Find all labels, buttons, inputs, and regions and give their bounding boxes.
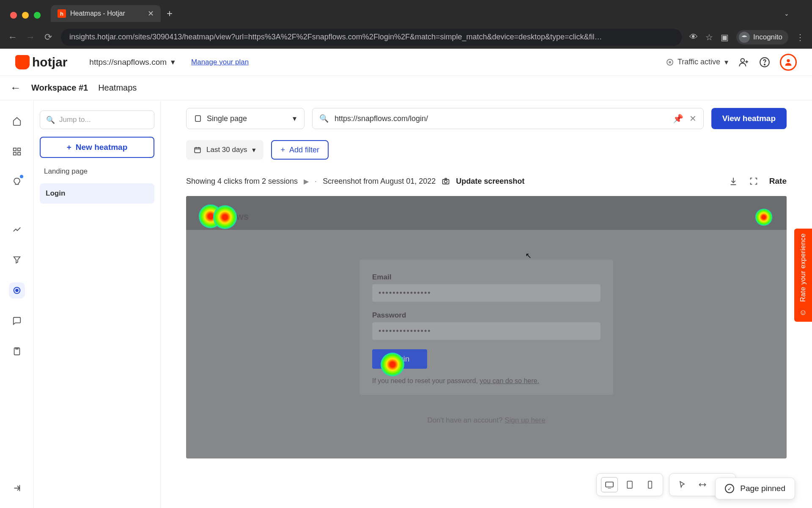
svg-rect-5: [17, 148, 20, 151]
nav-surveys-icon[interactable]: [9, 343, 25, 359]
incognito-label: Incognito: [753, 33, 782, 41]
scope-select[interactable]: Single page ▾: [186, 108, 304, 129]
rate-experience-tab[interactable]: Rate your experience ☺: [794, 229, 812, 322]
page-pinned-toast: ✓ Page pinned: [715, 478, 795, 500]
window-zoom[interactable]: [34, 12, 41, 19]
back-icon[interactable]: ←: [8, 32, 18, 43]
svg-rect-12: [195, 148, 200, 153]
rate-tab-text: Rate your experience: [799, 233, 807, 302]
add-filter-button[interactable]: + Add filter: [271, 140, 329, 160]
signup-link: Sign up here: [505, 416, 545, 424]
forward-icon[interactable]: →: [25, 32, 36, 43]
svg-rect-6: [13, 152, 16, 155]
icon-rail: [0, 100, 34, 508]
address-actions: 👁 ☆ ▣ Incognito ⋮: [689, 30, 804, 44]
new-tab-button[interactable]: +: [167, 8, 173, 19]
heatmap-preview: Snapflows Email ••••••••••••••• Password…: [186, 196, 787, 458]
back-arrow-icon[interactable]: ←: [10, 81, 21, 94]
jump-to-input[interactable]: 🔍 Jump to...: [40, 110, 154, 129]
svg-rect-17: [648, 481, 652, 489]
heat-spot: [755, 209, 772, 226]
bookmark-star-icon[interactable]: ☆: [705, 32, 713, 42]
view-heatmap-button[interactable]: View heatmap: [711, 108, 787, 129]
menu-dots-icon[interactable]: ⋮: [796, 32, 804, 42]
new-heatmap-label: New heatmap: [76, 143, 127, 152]
extensions-icon[interactable]: ▣: [721, 32, 729, 42]
device-desktop-icon[interactable]: [601, 477, 618, 492]
incognito-icon: [739, 32, 750, 43]
tabs-dropdown-icon[interactable]: ⌄: [784, 10, 789, 17]
nav-dashboard-icon[interactable]: [9, 144, 25, 160]
feedback-emoji-icon: ☺: [799, 308, 807, 317]
user-avatar[interactable]: [780, 54, 797, 71]
camera-icon: [442, 177, 450, 185]
incognito-indicator[interactable]: Incognito: [736, 30, 788, 44]
new-heatmap-button[interactable]: + New heatmap: [40, 137, 154, 158]
date-range-select[interactable]: Last 30 days ▾: [186, 140, 263, 160]
svg-rect-7: [17, 152, 20, 155]
site-selector-label: https://snapflows.com: [89, 58, 167, 67]
date-range-label: Last 30 days: [206, 146, 247, 154]
svg-point-9: [16, 289, 18, 292]
nav-heatmaps-icon[interactable]: [9, 282, 25, 298]
clear-icon[interactable]: ✕: [689, 113, 697, 124]
hotjar-logo[interactable]: hotjar: [15, 55, 67, 69]
help-icon[interactable]: [759, 56, 771, 68]
svg-rect-15: [606, 482, 613, 487]
page-icon: [194, 115, 202, 122]
status-dot-icon: [667, 59, 673, 66]
heatmap-list-panel: 🔍 Jump to... + New heatmap Landing page …: [34, 100, 161, 508]
saved-heatmap-login[interactable]: Login: [40, 183, 154, 204]
window-close[interactable]: [10, 12, 17, 19]
nav-feedback-icon[interactable]: [9, 313, 25, 329]
search-icon: 🔍: [46, 116, 55, 124]
site-selector[interactable]: https://snapflows.com ▾: [89, 57, 175, 67]
chevron-down-icon: ▾: [171, 57, 175, 67]
collapse-rail-icon[interactable]: [9, 480, 25, 496]
nav-trends-icon[interactable]: [9, 221, 25, 237]
invite-user-icon[interactable]: [738, 56, 749, 68]
main-content: Single page ▾ 🔍 📌 ✕ View heatmap Last 30…: [161, 100, 812, 508]
window-minimize[interactable]: [22, 12, 29, 19]
svg-point-14: [444, 180, 447, 183]
manage-plan-link[interactable]: Manage your plan: [191, 58, 249, 66]
close-tab-icon[interactable]: ✕: [148, 9, 154, 18]
pin-icon[interactable]: 📌: [673, 113, 683, 124]
reload-icon[interactable]: ⟳: [43, 32, 53, 43]
svg-point-3: [787, 59, 790, 62]
nav-home-icon[interactable]: [9, 113, 25, 129]
browser-chrome: h Heatmaps - Hotjar ✕ + ⌄ ← → ⟳ insights…: [0, 0, 812, 49]
nav-highlights-icon[interactable]: [9, 174, 25, 190]
url-input[interactable]: [335, 114, 667, 123]
saved-heatmap-landing[interactable]: Landing page: [40, 166, 154, 176]
info-row: Showing 4 clicks from 2 sessions ▶ · Scr…: [186, 177, 787, 186]
nav-funnels-icon[interactable]: [9, 252, 25, 268]
rate-button[interactable]: Rate: [769, 177, 787, 186]
device-mobile-icon[interactable]: [642, 477, 658, 492]
reset-password-text: If you need to reset your password, you …: [372, 377, 601, 385]
flame-icon: [15, 55, 30, 69]
tab-bar: h Heatmaps - Hotjar ✕ + ⌄: [51, 5, 795, 22]
update-screenshot-link[interactable]: Update screenshot: [456, 177, 524, 186]
scope-label: Single page: [207, 114, 247, 123]
email-label: Email: [372, 273, 601, 282]
filter-row: Last 30 days ▾ + Add filter: [186, 140, 787, 160]
device-tablet-icon[interactable]: [621, 477, 638, 492]
screenshot-date: Screenshot from August 01, 2022: [323, 177, 436, 186]
heatmap-click-icon[interactable]: [674, 477, 691, 492]
traffic-status[interactable]: Traffic active ▾: [667, 58, 728, 67]
play-icon[interactable]: ▶: [304, 177, 309, 185]
password-field: •••••••••••••••: [372, 322, 601, 340]
eye-off-icon[interactable]: 👁: [689, 32, 698, 42]
svg-rect-11: [195, 116, 200, 121]
breadcrumb-workspace[interactable]: Workspace #1: [31, 83, 88, 93]
download-icon[interactable]: [729, 177, 738, 186]
svg-rect-4: [13, 148, 16, 151]
browser-tab[interactable]: h Heatmaps - Hotjar ✕: [51, 5, 161, 22]
app-topbar: hotjar https://snapflows.com ▾ Manage yo…: [0, 49, 812, 76]
url-input-box[interactable]: 🔍 📌 ✕: [312, 108, 704, 129]
capture-area-icon[interactable]: [749, 177, 758, 186]
address-bar[interactable]: insights.hotjar.com/sites/3090413/heatma…: [61, 29, 682, 46]
heatmap-move-icon[interactable]: [694, 477, 711, 492]
traffic-label: Traffic active: [678, 58, 720, 66]
